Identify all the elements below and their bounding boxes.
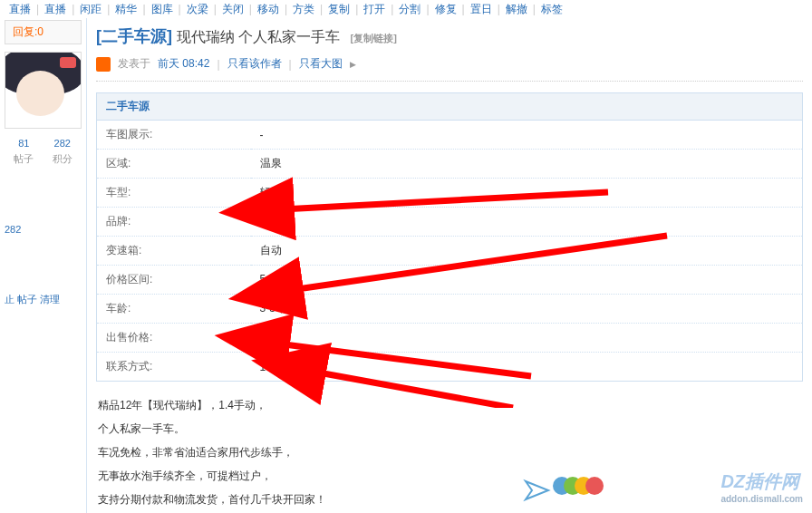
svg-marker-5: [526, 481, 548, 499]
row-key: 车图展示:: [97, 121, 251, 150]
nav-item[interactable]: 方类: [293, 2, 314, 17]
row-value: 3-5年: [251, 295, 803, 324]
row-value: 5-8万: [251, 266, 803, 295]
posts-label: 帖子: [5, 150, 44, 168]
avatar[interactable]: [5, 52, 82, 129]
user-stats: 81282 帖子积分: [5, 136, 82, 168]
left-sidebar: 回复:0 81282 帖子积分 282 止 帖子 清理: [0, 18, 86, 513]
stop-link[interactable]: 止: [5, 294, 14, 305]
nav-item[interactable]: 图库: [151, 2, 173, 17]
table-row: 车图展示:-: [97, 121, 803, 150]
table-row: 品牌:C: [97, 208, 803, 237]
row-value: 7.9: [251, 324, 803, 353]
row-key: 变速箱:: [97, 237, 251, 266]
nav-item[interactable]: 移动: [257, 2, 279, 17]
section-header: 二手车源: [96, 92, 803, 120]
nav-item[interactable]: 打开: [363, 2, 385, 17]
row-value: -: [251, 121, 803, 150]
info-table: 车图展示:-区域:温泉车型:轿车品牌:C变速箱:自动价格区间:5-8万车龄:3-…: [96, 120, 803, 382]
table-row: 车龄:3-5年: [97, 295, 803, 324]
post-meta: 发表于 前天 08:42 | 只看该作者 | 只看大图 ▶: [96, 51, 803, 82]
desc-line: 支持分期付款和物流发货，首付几千块开回家！: [98, 489, 801, 510]
nav-item[interactable]: 复制: [328, 2, 350, 17]
table-row: 变速箱:自动: [97, 237, 803, 266]
row-value: 轿车: [251, 179, 803, 208]
table-row: 联系方式:18922222529: [97, 353, 803, 382]
row-key: 品牌:: [97, 208, 251, 237]
author-icon: [96, 57, 111, 72]
row-key: 区域:: [97, 150, 251, 179]
row-key: 车龄:: [97, 295, 251, 324]
points-count[interactable]: 282: [44, 136, 82, 150]
nav-item[interactable]: 直播: [9, 2, 31, 17]
desc-line: 无事故水泡手续齐全，可提档过户，: [98, 465, 801, 487]
row-value: 温泉: [251, 150, 803, 179]
row-value: C: [251, 208, 803, 237]
table-row: 区域:温泉: [97, 150, 803, 179]
nav-item[interactable]: 标签: [541, 2, 563, 17]
nav-item[interactable]: 解撤: [506, 2, 527, 17]
points-label: 积分: [44, 150, 82, 168]
big-image-link[interactable]: 只看大图: [299, 56, 343, 72]
user-level[interactable]: 282: [5, 222, 82, 237]
avatar-ribbon: [60, 57, 76, 68]
row-key: 联系方式:: [97, 353, 251, 382]
watermark: DZ插件网 addon.dismall.com: [720, 469, 803, 504]
top-nav: 直播|直播|闲距|精华|图库|次梁|关闭|移动|方类|复制|打开|分割|修复|置…: [0, 0, 812, 18]
row-value: 自动: [251, 237, 803, 266]
nav-item[interactable]: 关闭: [222, 2, 244, 17]
desc-line: 精品12年【现代瑞纳】，1.4手动，: [98, 394, 801, 416]
clean-link[interactable]: 清理: [40, 294, 60, 305]
misc-links: 止 帖子 清理: [5, 291, 82, 308]
avatar-face: [16, 71, 64, 116]
nav-item[interactable]: 精华: [115, 2, 137, 17]
post-title-text: 现代瑞纳 个人私家一手车: [177, 29, 340, 44]
description: 精品12年【现代瑞纳】，1.4手动，个人私家一手车。车况免检，非常省油适合家用代…: [96, 382, 803, 513]
reply-count: 回复:0: [5, 20, 82, 44]
row-key: 车型:: [97, 179, 251, 208]
row-key: 价格区间:: [97, 266, 251, 295]
row-key: 出售价格:: [97, 324, 251, 353]
reply-label: 回复:: [13, 25, 37, 38]
desc-line: 个人私家一手车。: [98, 418, 801, 440]
nav-item[interactable]: 置日: [470, 2, 492, 17]
table-row: 价格区间:5-8万: [97, 266, 803, 295]
desc-line: 车况免检，非常省油适合家用代步练手，: [98, 441, 801, 463]
row-value: 18922222529: [251, 353, 803, 382]
reply-num: 0: [37, 25, 44, 38]
post-content: [二手车源] 现代瑞纳 个人私家一手车 [复制链接] 发表于 前天 08:42 …: [86, 18, 812, 513]
posted-time[interactable]: 前天 08:42: [158, 56, 209, 72]
only-author-link[interactable]: 只看该作者: [227, 56, 282, 72]
posted-prefix: 发表于: [118, 56, 150, 72]
post-tag[interactable]: [二手车源]: [96, 27, 172, 45]
nav-item[interactable]: 修复: [435, 2, 457, 17]
watermark-text: DZ插件网: [720, 471, 799, 491]
watermark-sub: addon.dismall.com: [720, 494, 803, 504]
nav-item[interactable]: 分割: [399, 2, 420, 17]
table-row: 出售价格:7.9: [97, 324, 803, 353]
copy-link[interactable]: [复制链接]: [350, 33, 396, 44]
nav-item[interactable]: 直播: [44, 2, 66, 17]
nav-item[interactable]: 闲距: [80, 2, 102, 17]
posts-link[interactable]: 帖子: [17, 294, 37, 305]
posts-count[interactable]: 81: [5, 136, 44, 150]
table-row: 车型:轿车: [97, 179, 803, 208]
arrow-icon[interactable]: ▶: [350, 60, 356, 69]
nav-item[interactable]: 次梁: [187, 2, 208, 17]
watermark-icon: [521, 477, 604, 504]
post-title: [二手车源] 现代瑞纳 个人私家一手车 [复制链接]: [96, 18, 803, 51]
